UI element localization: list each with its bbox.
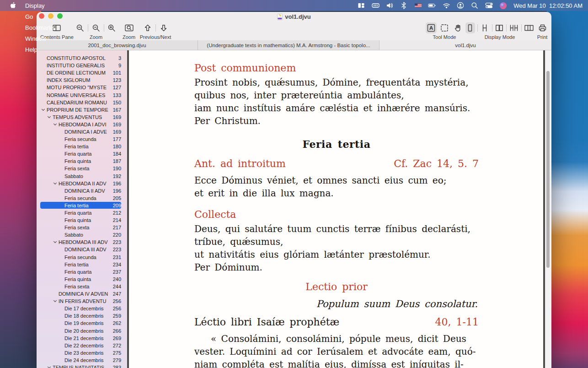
sidebar-item-die-24-decembris[interactable]: Die 24 decembris279	[37, 357, 127, 364]
menu-go[interactable]: Go	[21, 11, 76, 22]
sidebar-item-page: 217	[113, 225, 121, 230]
sidebar-item-index-siglorum[interactable]: INDEX SIGLORUM123	[37, 76, 127, 84]
facing-mode-button[interactable]	[494, 22, 504, 33]
menu-window[interactable]: Window	[21, 33, 76, 44]
chevron-down-icon[interactable]	[53, 122, 57, 125]
sidebar-item-feria-secunda[interactable]: Feria secunda231	[37, 254, 127, 261]
sidebar-item-calendarium-romanu[interactable]: CALENDARIUM ROMANU150	[37, 99, 127, 106]
sidebar-item-feria-quarta[interactable]: Feria quarta212	[37, 209, 127, 216]
hand-tool-button[interactable]	[452, 22, 463, 33]
zoom-in-button[interactable]	[107, 22, 117, 33]
vertical-scrollbar-thumb[interactable]	[546, 71, 550, 268]
chevron-down-icon[interactable]	[53, 240, 57, 243]
menu-display[interactable]: Display	[21, 0, 76, 11]
sidebar-item-hebdomada-ii-adv[interactable]: HEBDOMADA II ADV196	[37, 180, 127, 187]
sidebar-item-feria-sexta[interactable]: Feria sexta190	[37, 165, 127, 172]
menu-bookmarks[interactable]: Bookmarks	[21, 22, 76, 33]
previous-page-button[interactable]	[142, 22, 153, 33]
contents-sidebar: CONSTITUTIO APOSTOL3INSTITUTIO GENERALIS…	[37, 50, 127, 368]
sidebar-item-feria-quarta[interactable]: Feria quarta184	[37, 150, 127, 157]
sidebar-item-feria-secunda[interactable]: Feria secunda205	[37, 195, 127, 202]
sidebar-item-in-feriis-adventu[interactable]: IN FERIIS ADVENTU256	[37, 298, 127, 305]
battery-icon[interactable]	[427, 0, 438, 11]
sidebar-item-hebdomada-i-advi[interactable]: HEBDOMADA I ADVI169	[37, 121, 127, 128]
zoom-out-button[interactable]	[75, 22, 86, 33]
chevron-down-icon[interactable]	[48, 115, 51, 118]
control-center-icon[interactable]	[483, 0, 494, 11]
sidebar-item-motu-proprio-myste[interactable]: MOTU PROPRIO "MYSTE127	[37, 84, 127, 91]
tile-windows-icon[interactable]	[356, 0, 367, 11]
sidebar-item-constitutio-apostol[interactable]: CONSTITUTIO APOSTOL3	[37, 54, 127, 62]
spotlight-icon[interactable]	[469, 0, 480, 11]
row-reference-text: 40, 1-11	[435, 316, 479, 329]
red-heading: Post communionem	[194, 61, 479, 75]
next-page-button[interactable]	[158, 22, 169, 33]
siri-icon[interactable]	[497, 0, 508, 11]
text-select-tool-button[interactable]: A	[426, 22, 437, 33]
book-spread-mode-button[interactable]	[524, 22, 534, 33]
tab-vol1-djvu[interactable]: vol1.djvu	[380, 40, 551, 50]
sidebar-item-dominica-i-adve[interactable]: DOMINICA I ADVE169	[37, 128, 127, 135]
sidebar-item-dominica-iii-adv[interactable]: DOMINICA III ADV223	[37, 246, 127, 253]
sidebar-item-feria-tertia[interactable]: Feria tertia209	[37, 202, 127, 209]
sidebar-item-die-22-decembris[interactable]: Die 22 decembris272	[37, 342, 127, 349]
sidebar-item-sabbato[interactable]: Sabbato192	[37, 173, 127, 180]
chevron-down-icon[interactable]	[53, 299, 57, 302]
sidebar-item-page: 123	[113, 77, 121, 83]
user-icon[interactable]	[455, 0, 466, 11]
widgets-icon[interactable]	[370, 0, 381, 11]
sidebar-item-sabbato[interactable]: Sabbato220	[37, 231, 127, 238]
single-page-mode-button[interactable]	[465, 22, 475, 33]
sidebar-item-dominica-iv-adven[interactable]: DOMINICA IV ADVEN247	[37, 290, 127, 298]
sidebar-item-die-19-decembris[interactable]: Die 19 decembris262	[37, 319, 127, 327]
continuous-mode-button[interactable]	[480, 22, 490, 33]
wifi-icon[interactable]	[441, 0, 452, 11]
sidebar-item-label: MOTU PROPRIO "MYSTE	[47, 85, 111, 90]
sidebar-item-feria-quarta[interactable]: Feria quarta237	[37, 268, 127, 276]
sidebar-item-die-20-decembris[interactable]: Die 20 decembris266	[37, 327, 127, 334]
apple-menu[interactable]	[5, 2, 21, 10]
chevron-down-icon[interactable]	[42, 108, 45, 111]
sidebar-item-page: 269	[113, 336, 121, 341]
sidebar-item-page: 223	[113, 247, 121, 252]
sidebar-item-de-ordine-lectionum[interactable]: DE ORDINE LECTIONUM101	[37, 69, 127, 76]
chevron-down-icon[interactable]	[48, 365, 51, 368]
sidebar-item-feria-secunda[interactable]: Feria secunda177	[37, 135, 127, 143]
volume-icon[interactable]	[384, 0, 395, 11]
sidebar-item-page: 192	[113, 173, 121, 179]
chevron-down-icon[interactable]	[53, 181, 57, 184]
text-line: ut nativitátis eius glóriam lætánter præ…	[194, 248, 479, 261]
zoom-100-button[interactable]	[91, 22, 101, 33]
sidebar-item-feria-tertia[interactable]: Feria tertia180	[37, 143, 127, 150]
zoom-select-button[interactable]	[123, 22, 134, 33]
sidebar-item-die-17-decembris[interactable]: Die 17 decembris256	[37, 305, 127, 312]
sidebar-item-feria-quinta[interactable]: Feria quinta240	[37, 276, 127, 283]
sidebar-item-label: Die 19 decembris	[64, 320, 111, 326]
sidebar-item-proprium-de-tempore[interactable]: PROPRIUM DE TEMPORE167	[37, 106, 127, 114]
sidebar-item-tempus-nativitatis[interactable]: TEMPUS NATIVITATIS283	[37, 364, 127, 368]
facing-continuous-mode-button[interactable]	[509, 22, 519, 33]
text-line: Deus, qui salutáre tuum cunctis terræ fí…	[194, 222, 479, 235]
sidebar-item-feria-sexta[interactable]: Feria sexta244	[37, 283, 127, 290]
menu-clock[interactable]: Wed Mar 10 12:02:50 AM	[512, 2, 583, 9]
sidebar-item-feria-sexta[interactable]: Feria sexta217	[37, 224, 127, 231]
sidebar-item-feria-quinta[interactable]: Feria quinta187	[37, 157, 127, 165]
bluetooth-icon[interactable]	[398, 0, 409, 11]
sidebar-item-normae-universales[interactable]: NORMAE UNIVERSALES133	[37, 91, 127, 98]
tab-undergraduate-texts-in-mathematics-m-a-a[interactable]: (Undergraduate texts in mathematics) M.A…	[198, 40, 380, 50]
sidebar-item-feria-tertia[interactable]: Feria tertia234	[37, 261, 127, 268]
sidebar-item-die-23-decembris[interactable]: Die 23 decembris275	[37, 349, 127, 357]
sidebar-item-hebdomada-iii-adv[interactable]: HEBDOMADA III ADV223	[37, 238, 127, 246]
marquee-select-tool-button[interactable]	[439, 22, 450, 33]
menu-help[interactable]: Help	[21, 44, 76, 55]
print-button[interactable]	[537, 22, 548, 33]
sidebar-item-tempus-adventus[interactable]: TEMPUS ADVENTUS169	[37, 114, 127, 121]
sidebar-item-feria-quinta[interactable]: Feria quinta214	[37, 216, 127, 224]
row-left-text: Ant. ad introitum	[194, 157, 286, 170]
sidebar-item-die-18-decembris[interactable]: Die 18 decembris259	[37, 312, 127, 319]
sidebar-item-dominica-ii-adv[interactable]: DOMINICA II ADV196	[37, 187, 127, 195]
sidebar-item-institutio-generalis[interactable]: INSTITUTIO GENERALIS9	[37, 62, 127, 69]
sidebar-item-die-21-decembris[interactable]: Die 21 decembris269	[37, 335, 127, 342]
input-flag-icon[interactable]	[412, 0, 423, 11]
sidebar-item-page: 262	[113, 320, 121, 326]
